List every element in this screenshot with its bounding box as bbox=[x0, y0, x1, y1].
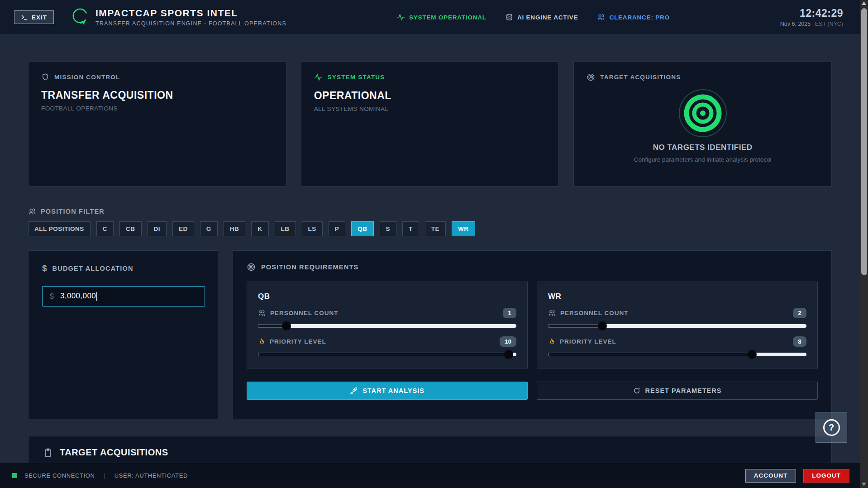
logout-button[interactable]: LOGOUT bbox=[803, 469, 849, 483]
bullseye-icon bbox=[676, 86, 730, 140]
clock-time: 12:42:29 bbox=[780, 7, 843, 19]
position-chips: ALL POSITIONS C CB DI ED G HB K LB LS P … bbox=[28, 221, 832, 236]
flame-icon bbox=[548, 338, 555, 345]
personnel-count-slider[interactable] bbox=[548, 324, 806, 328]
budget-input[interactable]: $ 3,000,000 bbox=[42, 286, 205, 306]
slider-thumb[interactable] bbox=[748, 350, 757, 359]
bottom-section-title: TARGET ACQUISITIONS bbox=[60, 447, 168, 458]
title-block: IMPACTCAP SPORTS INTEL TRANSFER ACQUISIT… bbox=[95, 8, 286, 27]
system-subtitle: ALL SYSTEMS NOMINAL bbox=[314, 105, 546, 112]
clock-date: Nov 6, 2025 bbox=[780, 21, 811, 27]
chip-te[interactable]: TE bbox=[425, 221, 446, 236]
status-clearance: CLEARANCE: PRO bbox=[597, 13, 669, 21]
slider-fill bbox=[548, 353, 752, 356]
currency-prefix: $ bbox=[50, 292, 54, 301]
personnel-count-value: 1 bbox=[503, 308, 516, 318]
priority-level-value: 8 bbox=[793, 336, 806, 347]
status-system-operational: SYSTEM OPERATIONAL bbox=[397, 13, 486, 21]
users-icon bbox=[28, 207, 36, 215]
position-code: QB bbox=[258, 292, 516, 301]
slider-thumb[interactable] bbox=[282, 321, 291, 330]
clock-timezone: EST (NYC) bbox=[815, 21, 843, 27]
chip-lb[interactable]: LB bbox=[275, 221, 296, 236]
users-icon bbox=[597, 13, 605, 21]
requirements-label: POSITION REQUIREMENTS bbox=[261, 263, 358, 271]
chip-c[interactable]: C bbox=[96, 221, 114, 236]
secure-indicator-icon bbox=[12, 473, 17, 478]
mission-control-card: MISSION CONTROL TRANSFER ACQUISITION FOO… bbox=[28, 62, 286, 187]
scrollbar-thumb[interactable] bbox=[861, 8, 867, 275]
chip-di[interactable]: DI bbox=[148, 221, 167, 236]
personnel-count-slider[interactable] bbox=[258, 324, 516, 328]
help-button[interactable]: ? bbox=[816, 412, 847, 443]
clock-block: 12:42:29 Nov 6, 2025 EST (NYC) bbox=[780, 7, 843, 27]
users-icon bbox=[258, 309, 266, 317]
configuration-row: $ BUDGET ALLOCATION $ 3,000,000 POSITION… bbox=[28, 250, 832, 419]
budget-value: 3,000,000 bbox=[60, 292, 97, 301]
activity-icon bbox=[314, 73, 323, 81]
chip-cb[interactable]: CB bbox=[119, 221, 142, 236]
status-label: AI ENGINE ACTIVE bbox=[517, 14, 578, 21]
target-icon bbox=[587, 73, 595, 81]
start-analysis-button[interactable]: START ANALYSIS bbox=[247, 382, 528, 400]
chip-g[interactable]: G bbox=[200, 221, 218, 236]
mission-title: TRANSFER ACQUISITION bbox=[41, 89, 273, 101]
scroll-up-arrow-icon[interactable] bbox=[862, 1, 866, 5]
slider-thumb[interactable] bbox=[598, 321, 607, 330]
chip-k[interactable]: K bbox=[251, 221, 268, 236]
personnel-count-value: 2 bbox=[793, 308, 806, 318]
empty-subtitle: Configure parameters and initiate analys… bbox=[587, 156, 819, 163]
footer-bar: SECURE CONNECTION | USER: AUTHENTICATED … bbox=[0, 463, 860, 488]
target-acquisitions-card: TARGET ACQUISITIONS NO TARGETS IDENTIFIE… bbox=[573, 62, 832, 187]
filter-label: POSITION FILTER bbox=[41, 208, 105, 215]
chip-ed[interactable]: ED bbox=[172, 221, 194, 236]
account-button[interactable]: ACCOUNT bbox=[745, 469, 796, 483]
slider-fill bbox=[548, 324, 602, 328]
budget-label: BUDGET ALLOCATION bbox=[52, 265, 134, 272]
refresh-icon bbox=[633, 387, 640, 394]
overview-cards: MISSION CONTROL TRANSFER ACQUISITION FOO… bbox=[28, 62, 832, 187]
targets-empty-state: NO TARGETS IDENTIFIED Configure paramete… bbox=[587, 86, 819, 163]
position-filter-section: POSITION FILTER ALL POSITIONS C CB DI ED… bbox=[28, 207, 832, 236]
chip-ls[interactable]: LS bbox=[302, 221, 323, 236]
app-title: IMPACTCAP SPORTS INTEL bbox=[95, 8, 286, 19]
scroll-down-arrow-icon[interactable] bbox=[862, 483, 866, 486]
personnel-count-label: PERSONNEL COUNT bbox=[270, 310, 339, 316]
chip-all-positions[interactable]: ALL POSITIONS bbox=[28, 221, 91, 236]
position-panel-wr: WR PERSONNEL COUNT 2 bbox=[537, 282, 818, 368]
budget-allocation-card: $ BUDGET ALLOCATION $ 3,000,000 bbox=[28, 250, 218, 419]
chip-qb[interactable]: QB bbox=[351, 221, 373, 236]
exit-label: EXIT bbox=[32, 14, 47, 21]
footer-divider: | bbox=[104, 472, 105, 479]
secure-connection-label: SECURE CONNECTION bbox=[24, 472, 95, 479]
chip-hb[interactable]: HB bbox=[224, 221, 246, 236]
app-subtitle: TRANSFER ACQUISITION ENGINE - FOOTBALL O… bbox=[95, 20, 286, 27]
empty-title: NO TARGETS IDENTIFIED bbox=[587, 143, 819, 152]
mission-subtitle: FOOTBALL OPERATIONS bbox=[41, 105, 273, 112]
status-ai-engine: AI ENGINE ACTIVE bbox=[506, 14, 578, 21]
priority-level-slider[interactable] bbox=[258, 353, 516, 356]
shield-icon bbox=[41, 73, 49, 81]
card-label: MISSION CONTROL bbox=[54, 74, 120, 81]
question-icon: ? bbox=[823, 419, 840, 436]
exit-button[interactable]: EXIT bbox=[14, 10, 54, 24]
chip-t[interactable]: T bbox=[402, 221, 419, 236]
priority-level-label: PRIORITY LEVEL bbox=[560, 338, 616, 345]
position-code: WR bbox=[548, 292, 806, 301]
activity-icon bbox=[397, 13, 405, 21]
slider-thumb[interactable] bbox=[504, 350, 513, 359]
app-logo-icon bbox=[71, 8, 89, 26]
card-label: SYSTEM STATUS bbox=[328, 74, 385, 81]
clipboard-icon bbox=[43, 448, 53, 458]
chip-s[interactable]: S bbox=[380, 221, 397, 236]
system-status-card: SYSTEM STATUS OPERATIONAL ALL SYSTEMS NO… bbox=[301, 62, 559, 187]
main-content: MISSION CONTROL TRANSFER ACQUISITION FOO… bbox=[0, 35, 860, 488]
scrollbar[interactable] bbox=[860, 0, 868, 488]
terminal-icon bbox=[21, 14, 28, 21]
priority-level-label: PRIORITY LEVEL bbox=[270, 338, 326, 345]
chip-p[interactable]: P bbox=[329, 221, 346, 236]
chip-wr[interactable]: WR bbox=[452, 221, 475, 236]
header-bar: EXIT IMPACTCAP SPORTS INTEL TRANSFER ACQ… bbox=[0, 0, 860, 35]
reset-parameters-button[interactable]: RESET PARAMETERS bbox=[537, 382, 818, 400]
priority-level-slider[interactable] bbox=[548, 353, 806, 356]
